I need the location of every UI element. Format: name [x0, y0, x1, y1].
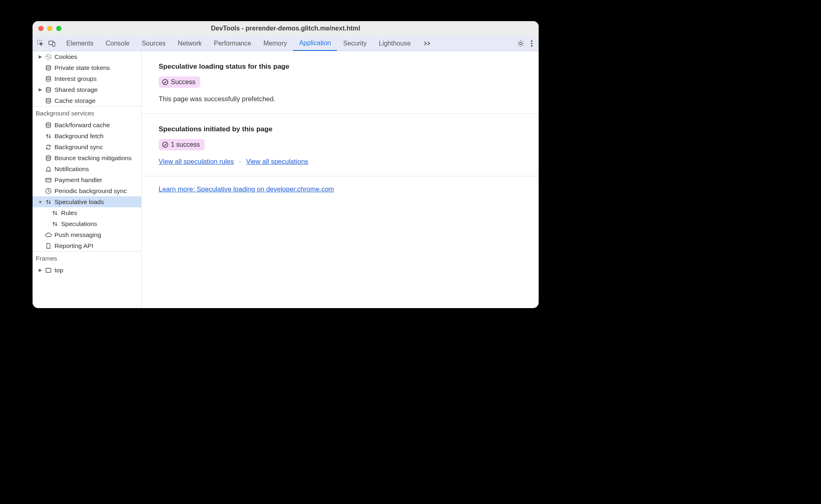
sidebar-item-label: Interest groups [55, 75, 96, 83]
sidebar-item-background-fetch[interactable]: Background fetch [33, 130, 141, 141]
sidebar-item-payment-handler[interactable]: Payment handler [33, 174, 141, 185]
traffic-lights [38, 26, 61, 31]
updown-icon [45, 133, 52, 140]
sidebar-item-notifications[interactable]: Notifications [33, 163, 141, 174]
database-icon [45, 122, 52, 129]
tab-performance[interactable]: Performance [208, 36, 258, 51]
main-panel: Speculative loading status for this page… [142, 51, 539, 308]
svg-point-4 [531, 40, 533, 42]
svg-point-14 [46, 123, 51, 124]
toolbar-right [513, 39, 536, 48]
cookie-icon [45, 53, 52, 61]
settings-icon[interactable] [517, 39, 525, 48]
separator-dot: · [239, 158, 241, 165]
learn-more-section: Learn more: Speculative loading on devel… [142, 176, 539, 204]
toolbar-left [35, 39, 60, 48]
view-speculations-link[interactable]: View all speculations [246, 158, 308, 165]
sidebar-item-push-messaging[interactable]: Push messaging [33, 229, 141, 240]
sidebar-item-label: Payment handler [55, 176, 102, 184]
svg-rect-16 [46, 178, 51, 182]
tab-security[interactable]: Security [337, 36, 373, 51]
sidebar-section-frames: Frames [33, 251, 141, 265]
sidebar-item-speculative-loads[interactable]: ▼ Speculative loads [33, 196, 141, 207]
svg-point-13 [46, 98, 51, 100]
svg-point-15 [46, 156, 51, 157]
chevron-right-icon: ▶ [38, 87, 42, 92]
sidebar-item-label: Background fetch [55, 133, 104, 140]
tab-sources[interactable]: Sources [135, 36, 172, 51]
sidebar-section-background-services: Background services [33, 106, 141, 119]
tab-application[interactable]: Application [293, 36, 337, 51]
svg-point-10 [46, 65, 51, 67]
success-check-icon [162, 79, 168, 85]
database-icon [45, 154, 52, 162]
tab-memory[interactable]: Memory [257, 36, 293, 51]
sidebar-item-label: top [55, 267, 63, 274]
sidebar-item-private-state-tokens[interactable]: Private state tokens [33, 62, 141, 73]
sidebar-item-background-sync[interactable]: Background sync [33, 141, 141, 152]
success-check-icon [162, 141, 168, 148]
sidebar-item-label: Push messaging [55, 231, 101, 239]
database-icon [45, 75, 52, 83]
bell-icon [45, 165, 52, 173]
svg-point-5 [531, 43, 533, 44]
inspect-element-icon[interactable] [37, 39, 45, 48]
updown-icon [51, 220, 59, 228]
svg-point-12 [46, 87, 51, 89]
window-title: DevTools - prerender-demos.glitch.me/nex… [211, 25, 360, 32]
svg-rect-2 [52, 42, 55, 46]
sidebar-item-bounce-tracking[interactable]: Bounce tracking mitigations [33, 152, 141, 163]
initiated-badge-label: 1 success [171, 141, 200, 148]
status-description: This page was successfully prefetched. [159, 95, 522, 103]
tab-overflow[interactable] [417, 36, 437, 51]
main-toolbar: Elements Console Sources Network Perform… [33, 36, 539, 51]
tab-lighthouse[interactable]: Lighthouse [373, 36, 417, 51]
tab-network[interactable]: Network [172, 36, 208, 51]
sidebar-item-label: Speculations [61, 220, 97, 228]
doc-icon [45, 242, 52, 250]
chevron-right-icon: ▶ [38, 267, 42, 273]
sidebar-item-shared-storage[interactable]: ▶ Shared storage [33, 84, 141, 95]
sidebar-item-interest-groups[interactable]: Interest groups [33, 73, 141, 84]
initiated-badge: 1 success [159, 139, 205, 150]
sidebar-item-reporting-api[interactable]: Reporting API [33, 240, 141, 251]
tab-elements[interactable]: Elements [60, 36, 100, 51]
sidebar-item-periodic-sync[interactable]: Periodic background sync [33, 185, 141, 196]
svg-point-9 [49, 57, 50, 58]
svg-point-7 [46, 54, 51, 59]
device-toolbar-icon[interactable] [48, 39, 56, 48]
more-icon[interactable] [531, 39, 533, 48]
chevron-down-icon: ▼ [38, 200, 42, 204]
database-icon [45, 97, 52, 104]
database-icon [45, 64, 52, 72]
svg-point-11 [46, 76, 51, 78]
status-badge: Success [159, 76, 200, 88]
speculation-links: View all speculation rules · View all sp… [159, 158, 522, 165]
devtools-window: DevTools - prerender-demos.glitch.me/nex… [33, 21, 539, 308]
maximize-window-button[interactable] [56, 26, 61, 31]
minimize-window-button[interactable] [47, 26, 52, 31]
tab-console[interactable]: Console [100, 36, 136, 51]
close-window-button[interactable] [38, 26, 44, 31]
sidebar-item-label: Periodic background sync [55, 187, 127, 195]
status-heading: Speculative loading status for this page [159, 63, 522, 71]
sidebar-item-back-forward-cache[interactable]: Back/forward cache [33, 119, 141, 130]
sidebar-item-cookies[interactable]: ▶ Cookies [33, 51, 141, 62]
sidebar-item-label: Rules [61, 209, 77, 217]
clock-icon [45, 187, 52, 195]
frame-icon [45, 267, 52, 274]
application-sidebar: ▶ Cookies Private state tokens Interest … [33, 51, 142, 308]
database-icon [45, 86, 52, 93]
sidebar-item-label: Shared storage [55, 86, 98, 93]
panel-tabs: Elements Console Sources Network Perform… [60, 36, 513, 51]
sidebar-item-speculations[interactable]: Speculations [33, 218, 141, 229]
sidebar-item-cache-storage[interactable]: Cache storage [33, 95, 141, 106]
status-badge-label: Success [171, 78, 195, 86]
svg-point-8 [47, 56, 48, 56]
content-area: ▶ Cookies Private state tokens Interest … [33, 51, 539, 308]
view-rules-link[interactable]: View all speculation rules [159, 158, 234, 165]
sidebar-item-label: Notifications [55, 165, 89, 173]
sidebar-item-rules[interactable]: Rules [33, 207, 141, 218]
learn-more-link[interactable]: Learn more: Speculative loading on devel… [159, 185, 334, 193]
sidebar-item-top-frame[interactable]: ▶ top [33, 265, 141, 276]
